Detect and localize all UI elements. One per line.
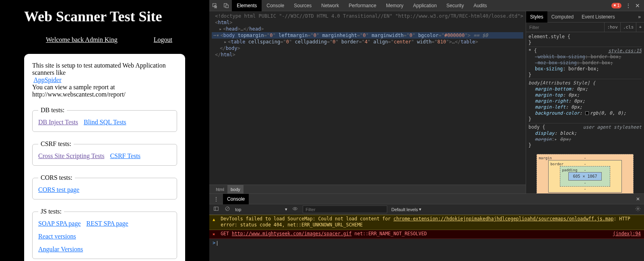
intro-text: This site is setup to test automated Web… <box>32 62 177 98</box>
drawer-menu-icon[interactable]: ⋮ <box>209 196 223 202</box>
elements-panel: <!doctype html PUBLIC "-//W3C//DTD HTML … <box>209 11 526 193</box>
db-tests-section: DB tests: DB Inject Tests Blind SQL Test… <box>32 110 177 132</box>
devtools-toolbar: Elements Console Sources Network Perform… <box>209 0 644 11</box>
js-tests-label: JS tests: <box>38 208 64 215</box>
live-expression-icon[interactable] <box>291 206 299 213</box>
tab-elements[interactable]: Elements <box>232 0 262 11</box>
body-node-selected[interactable]: ⋯▾<body topmargin="0" leftmargin="0" mar… <box>212 32 523 39</box>
devtools-panel: Elements Console Sources Network Perform… <box>209 0 644 261</box>
breadcrumb-body[interactable]: body <box>227 185 244 194</box>
page-title: Web Scanner Test Site <box>24 8 185 25</box>
console-message-warning[interactable]: ▲ DevTools failed to load SourceMap: Cou… <box>209 215 644 230</box>
svg-point-8 <box>637 208 639 210</box>
react-versions-link[interactable]: React versions <box>38 233 76 240</box>
console-filter-input[interactable] <box>303 206 387 213</box>
drawer-close-icon[interactable]: ✕ <box>632 196 644 202</box>
dom-tree[interactable]: <!doctype html PUBLIC "-//W3C//DTD HTML … <box>209 11 526 185</box>
styles-tab-event-listeners[interactable]: Event Listeners <box>578 11 619 23</box>
svg-line-5 <box>226 208 229 210</box>
devtools-tabs: Elements Console Sources Network Perform… <box>232 0 492 11</box>
console-message-error[interactable]: ✖ (index):94 GET http://www.mightyseek.c… <box>209 230 644 239</box>
console-output[interactable]: ▲ DevTools failed to load SourceMap: Cou… <box>209 215 644 261</box>
tab-security[interactable]: Security <box>442 0 469 11</box>
console-drawer: ⋮ Console ✕ top▾ Default levels▾ <box>209 193 644 261</box>
console-context-selector[interactable]: top▾ <box>235 207 287 212</box>
error-source-link[interactable]: (index):94 <box>613 231 641 237</box>
tab-memory[interactable]: Memory <box>381 0 408 11</box>
color-swatch-icon[interactable] <box>585 111 589 115</box>
error-count-badge[interactable]: 1 <box>611 3 621 8</box>
styles-tab-computed[interactable]: Computed <box>547 11 578 23</box>
device-toggle-icon[interactable] <box>221 0 232 11</box>
hov-toggle[interactable]: :hov <box>604 23 620 32</box>
welcome-link[interactable]: Welcome back Admin King <box>46 36 118 43</box>
console-levels-selector[interactable]: Default levels▾ <box>391 207 421 212</box>
tab-audits[interactable]: Audits <box>469 0 491 11</box>
tab-performance[interactable]: Performance <box>344 0 381 11</box>
cors-test-page-link[interactable]: CORS test page <box>38 186 79 193</box>
styles-body[interactable]: element.style { } style.css:15 * { -webk… <box>526 32 644 193</box>
db-tests-label: DB tests: <box>38 107 67 114</box>
breadcrumb-html[interactable]: html <box>213 185 227 194</box>
cors-tests-label: CORS tests: <box>38 174 75 181</box>
rendered-page: Web Scanner Test Site Welcome back Admin… <box>0 0 209 261</box>
rest-spa-link[interactable]: REST SPA page <box>87 220 128 227</box>
cls-toggle[interactable]: .cls <box>620 23 636 32</box>
appspider-link[interactable]: AppSpider <box>33 76 61 83</box>
error-url-link[interactable]: http://www.mightyseek.com/images/spacer.… <box>232 231 352 236</box>
svg-rect-2 <box>214 207 219 211</box>
box-model-content: 605 × 1067 <box>568 172 601 181</box>
xss-tests-link[interactable]: Cross Site Scripting Tests <box>38 152 104 160</box>
elements-breadcrumb: html body <box>209 185 526 193</box>
cors-tests-section: CORS tests: CORS test page <box>32 178 177 199</box>
devtools-menu-icon[interactable]: ⋮ <box>625 2 631 9</box>
blind-sql-tests-link[interactable]: Blind SQL Tests <box>84 119 126 126</box>
tab-sources[interactable]: Sources <box>289 0 316 11</box>
svg-rect-1 <box>226 5 228 8</box>
styles-panel: Styles Computed Event Listeners » :hov .… <box>526 11 644 193</box>
db-inject-tests-link[interactable]: DB Inject Tests <box>38 119 78 126</box>
angular-versions-link[interactable]: Angular Versions <box>38 246 171 253</box>
content-card: This site is setup to test automated Web… <box>24 54 185 261</box>
svg-point-7 <box>295 208 296 210</box>
console-settings-icon[interactable] <box>635 206 641 213</box>
styles-tab-more-icon[interactable]: » <box>635 11 644 23</box>
styles-tab-styles[interactable]: Styles <box>526 11 547 23</box>
sourcemap-link[interactable]: chrome-extension://hdokiejnpimakedhajhdl… <box>393 216 613 222</box>
tab-console[interactable]: Console <box>262 0 289 11</box>
rule-source-link[interactable]: style.css:15 <box>608 48 642 54</box>
inspect-icon[interactable] <box>209 0 221 11</box>
doctype-node[interactable]: <!doctype html PUBLIC "-//W3C//DTD HTML … <box>212 13 523 19</box>
soap-spa-link[interactable]: SOAP SPA page <box>38 220 81 227</box>
csrf-tests-section: CSRF tests: Cross Site Scripting Tests C… <box>32 144 177 166</box>
drawer-tab-console[interactable]: Console <box>223 194 249 204</box>
console-prompt[interactable]: > <box>209 239 644 247</box>
box-model[interactable]: margin - border - padding - 605 × 1067 - <box>528 148 642 193</box>
console-sidebar-icon[interactable] <box>213 206 220 213</box>
add-style-icon[interactable]: + <box>636 23 644 32</box>
logout-link[interactable]: Logout <box>154 36 172 43</box>
devtools-close-icon[interactable]: ✕ <box>635 2 640 9</box>
tab-application[interactable]: Application <box>408 0 442 11</box>
styles-filter-input[interactable] <box>526 25 604 30</box>
ua-source: user agent stylesheet <box>583 124 642 130</box>
js-tests-section: JS tests: SOAP SPA page REST SPA page Re… <box>32 212 177 259</box>
csrf-tests-link[interactable]: CSRF Tests <box>110 152 140 160</box>
tab-network[interactable]: Network <box>316 0 344 11</box>
clear-console-icon[interactable] <box>224 206 231 213</box>
csrf-tests-label: CSRF tests: <box>38 140 74 148</box>
